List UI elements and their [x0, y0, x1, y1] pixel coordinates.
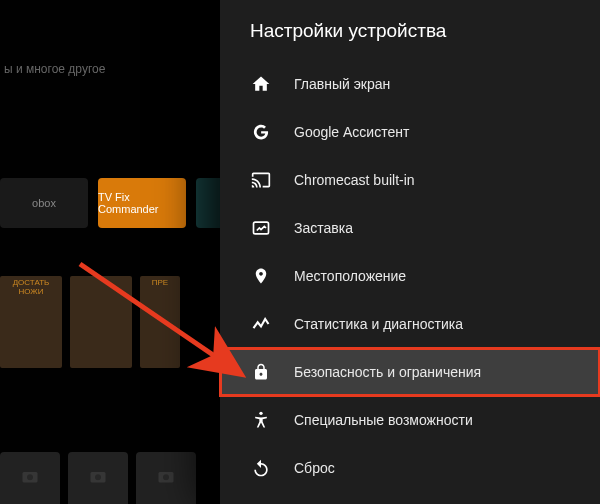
menu-label: Google Ассистент: [294, 124, 409, 140]
menu-label: Местоположение: [294, 268, 406, 284]
menu-label: Сброс: [294, 460, 335, 476]
menu-item-location[interactable]: Местоположение: [220, 252, 600, 300]
menu-label: Главный экран: [294, 76, 390, 92]
lock-icon: [250, 361, 272, 383]
svg-rect-6: [254, 222, 269, 234]
menu-label: Статистика и диагностика: [294, 316, 463, 332]
settings-panel: Настройки устройства Главный экран Googl…: [220, 0, 600, 504]
bg-poster: ДОСТАТЬ НОЖИ: [0, 276, 62, 368]
menu-label: Безопасность и ограничения: [294, 364, 481, 380]
menu-item-accessibility[interactable]: Специальные возможности: [220, 396, 600, 444]
menu-item-reset[interactable]: Сброс: [220, 444, 600, 492]
menu-label: Специальные возможности: [294, 412, 473, 428]
bg-poster: ПРЕ: [140, 276, 180, 368]
google-icon: [250, 121, 272, 143]
menu-label: Chromecast built-in: [294, 172, 415, 188]
svg-point-5: [163, 474, 169, 480]
accessibility-icon: [250, 409, 272, 431]
screensaver-icon: [250, 217, 272, 239]
cast-icon: [250, 169, 272, 191]
reset-icon: [250, 457, 272, 479]
bg-thumb: [0, 452, 60, 504]
home-icon: [250, 73, 272, 95]
background-thumbs-row: [0, 452, 196, 504]
background-posters-row: ДОСТАТЬ НОЖИ ПРЕ: [0, 276, 180, 368]
bg-thumb: [136, 452, 196, 504]
svg-point-1: [27, 474, 33, 480]
background-text: ы и многое другое: [0, 62, 105, 76]
menu-item-google-assistant[interactable]: Google Ассистент: [220, 108, 600, 156]
menu-item-stats[interactable]: Статистика и диагностика: [220, 300, 600, 348]
bg-app-tile: TV Fix Commander: [98, 178, 186, 228]
menu-item-screensaver[interactable]: Заставка: [220, 204, 600, 252]
location-icon: [250, 265, 272, 287]
stats-icon: [250, 313, 272, 335]
menu-item-home[interactable]: Главный экран: [220, 60, 600, 108]
menu-item-security[interactable]: Безопасность и ограничения: [220, 348, 600, 396]
menu-label: Заставка: [294, 220, 353, 236]
bg-poster: [70, 276, 132, 368]
svg-point-7: [259, 412, 262, 415]
bg-thumb: [68, 452, 128, 504]
panel-title: Настройки устройства: [220, 0, 600, 60]
bg-app-tile: obox: [0, 178, 88, 228]
menu-item-chromecast[interactable]: Chromecast built-in: [220, 156, 600, 204]
svg-point-3: [95, 474, 101, 480]
